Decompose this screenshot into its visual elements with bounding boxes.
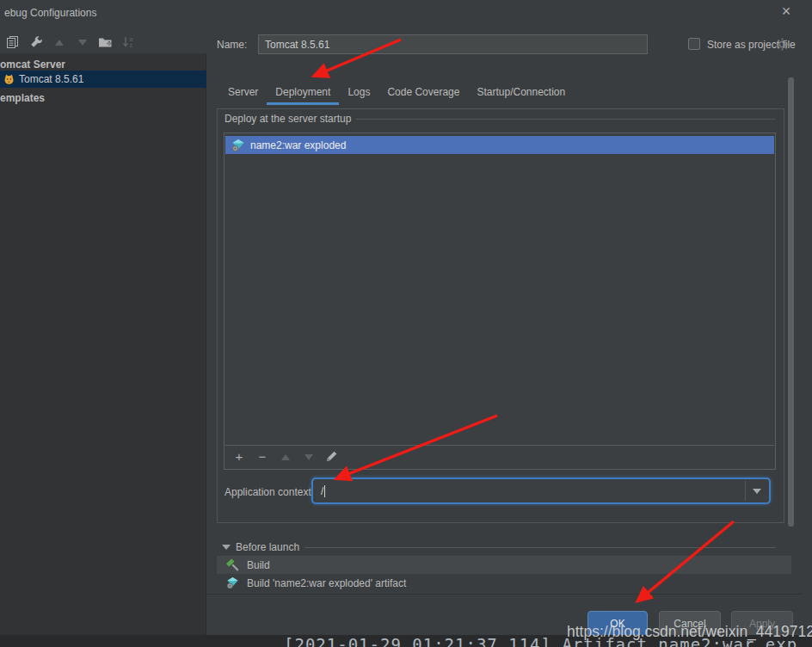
application-context-label: Application context: xyxy=(225,486,314,498)
list-item-artifact[interactable]: name2:war exploded xyxy=(225,136,774,154)
configurations-toolbar: a z xyxy=(0,31,206,53)
close-icon[interactable]: × xyxy=(775,2,797,22)
tab-deployment[interactable]: Deployment xyxy=(267,86,339,105)
combo-dropdown-button[interactable] xyxy=(745,481,767,501)
sort-alphabetically-icon[interactable]: a z xyxy=(121,35,136,50)
edit-pencil-icon[interactable] xyxy=(325,450,339,464)
tab-logs[interactable]: Logs xyxy=(339,86,378,105)
deploy-section-header: Deploy at the server startup xyxy=(225,113,775,125)
tomcat-icon xyxy=(2,72,16,87)
move-up-icon[interactable] xyxy=(279,450,292,464)
before-launch-task-artifact[interactable]: Build 'name2:war exploded' artifact xyxy=(217,574,791,592)
add-icon[interactable]: + xyxy=(232,450,246,464)
collapse-triangle-icon[interactable] xyxy=(222,545,231,550)
move-down-icon[interactable] xyxy=(302,450,316,464)
tree-item-tomcat-8-5-61[interactable]: Tomcat 8.5.61 xyxy=(0,71,206,88)
tab-code-coverage[interactable]: Code Coverage xyxy=(378,86,468,105)
application-context-value: / xyxy=(313,485,323,497)
name-label: Name: xyxy=(217,39,247,51)
edit-templates-wrench-icon[interactable] xyxy=(28,35,43,50)
configuration-tabs: Server Deployment Logs Code Coverage Sta… xyxy=(219,86,574,105)
task-label: Build xyxy=(247,559,270,571)
application-context-combobox[interactable]: / xyxy=(311,478,771,504)
chevron-down-icon xyxy=(753,489,761,494)
footer-separator xyxy=(206,594,802,595)
before-launch-header: Before launch xyxy=(222,541,776,553)
before-launch-title: Before launch xyxy=(236,541,299,553)
watermark-text: https://blog.csdn.net/weixin_44197120 xyxy=(567,623,812,641)
move-down-icon[interactable] xyxy=(75,35,89,50)
deploy-artifact-list: name2:war exploded + − xyxy=(224,132,776,470)
section-rule xyxy=(356,119,775,120)
text-caret xyxy=(324,485,325,497)
gear-icon[interactable] xyxy=(775,37,790,52)
new-folder-icon[interactable] xyxy=(98,35,113,50)
section-rule xyxy=(304,547,776,548)
tab-startup-connection[interactable]: Startup/Connection xyxy=(468,86,574,105)
name-input[interactable] xyxy=(258,34,648,54)
artifact-icon xyxy=(225,576,240,590)
artifact-icon xyxy=(231,138,245,152)
configurations-tree: omcat Server Tomcat 8.5.61 emplates xyxy=(0,53,206,635)
store-as-project-file-checkbox[interactable] xyxy=(688,38,700,50)
dialog-title: ebug Configurations xyxy=(4,7,96,19)
remove-icon[interactable]: − xyxy=(255,450,269,464)
tab-server[interactable]: Server xyxy=(219,86,267,105)
before-launch-task-build[interactable]: Build xyxy=(217,556,791,574)
copy-configuration-icon[interactable] xyxy=(5,35,20,50)
list-toolbar: + − xyxy=(225,445,774,468)
list-item-label: name2:war exploded xyxy=(250,139,346,151)
build-hammer-icon xyxy=(225,558,240,572)
task-label: Build 'name2:war exploded' artifact xyxy=(247,577,406,589)
vertical-scrollbar-thumb[interactable] xyxy=(788,77,794,527)
tree-group-templates[interactable]: emplates xyxy=(0,89,206,107)
svg-text:a: a xyxy=(130,36,133,42)
deploy-section-title: Deploy at the server startup xyxy=(225,113,351,125)
debug-configurations-dialog: ebug Configurations × xyxy=(0,0,812,647)
move-up-icon[interactable] xyxy=(52,35,66,50)
svg-text:z: z xyxy=(130,42,133,48)
